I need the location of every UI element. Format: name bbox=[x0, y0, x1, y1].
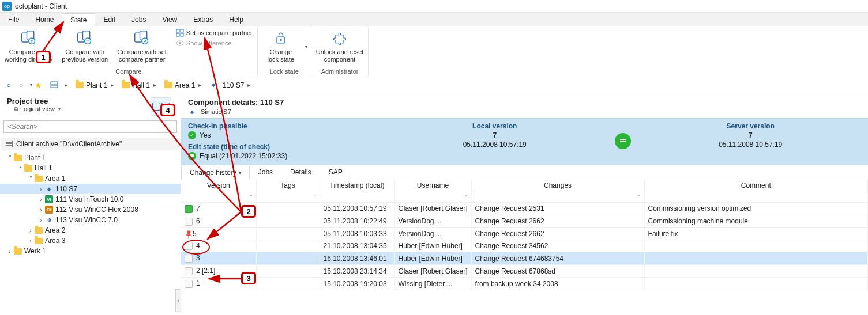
filter-cell[interactable]: ˅ bbox=[471, 192, 644, 203]
chevron-down-icon[interactable]: ▾ bbox=[239, 170, 241, 176]
ribbon-group-compare: Compare with working directory Compare w… bbox=[0, 26, 258, 77]
crumb-hall1[interactable]: Hall 1▸ bbox=[119, 81, 160, 89]
filter-row: ˅ ˅ ˅ ˅ bbox=[181, 192, 868, 203]
menu-edit[interactable]: Edit bbox=[95, 13, 123, 26]
search-box[interactable] bbox=[3, 120, 177, 133]
favorite-star-icon[interactable]: ★ bbox=[35, 81, 42, 90]
col-version[interactable]: Version bbox=[181, 179, 256, 192]
tree-node-werk1[interactable]: ›Werk 1 bbox=[0, 246, 181, 256]
table-row[interactable]: 2 [2.1]15.10.2008 23:14:34Glaser [Robert… bbox=[181, 265, 868, 278]
col-comment[interactable]: Comment bbox=[644, 179, 867, 192]
crumb-plant1[interactable]: Plant 1▸ bbox=[73, 81, 117, 89]
chevron-down-icon: ˅ bbox=[465, 195, 468, 200]
crumb-label: 110 S7 bbox=[222, 81, 244, 89]
search-input[interactable] bbox=[3, 120, 177, 133]
filter-cell[interactable] bbox=[320, 192, 394, 203]
col-username[interactable]: Username bbox=[394, 179, 471, 192]
table-row[interactable]: 316.10.2008 13:46:01Huber [Edwin Huber]C… bbox=[181, 252, 868, 265]
tab-change-history[interactable]: Change history▾ bbox=[181, 166, 250, 180]
change-lock-state-button[interactable]: Change lock state bbox=[258, 26, 304, 67]
table-row[interactable]: 115.10.2008 19:20:03Wissing [Dieter ...f… bbox=[181, 278, 868, 290]
col-timestamp[interactable]: Timestamp (local) bbox=[320, 179, 394, 192]
filter-cell[interactable]: ˅ bbox=[181, 192, 256, 203]
ribbon-group-lockstate: Change lock state ▾ Lock state bbox=[258, 26, 311, 77]
chevron-right-icon[interactable]: ▸ bbox=[63, 82, 69, 88]
svg-point-14 bbox=[179, 42, 181, 44]
collapse-handle[interactable]: ‹ bbox=[175, 289, 181, 312]
crumb-110s7[interactable]: ◆110 S7▸ bbox=[207, 81, 254, 89]
folder-icon bbox=[76, 82, 84, 88]
chevron-right-icon[interactable]: ▸ bbox=[152, 82, 157, 88]
compare-working-dir-button[interactable]: Compare with working directory bbox=[0, 26, 57, 67]
tree-node-area1[interactable]: ˅Area 1 bbox=[0, 173, 181, 184]
tree-node-hall1[interactable]: ˅Hall 1 bbox=[0, 163, 181, 173]
chevron-right-icon[interactable]: ▸ bbox=[197, 82, 202, 88]
nav-back-button[interactable]: « bbox=[3, 80, 14, 90]
col-changes[interactable]: Changes bbox=[471, 179, 644, 192]
cell-version: 3 bbox=[181, 252, 256, 265]
tree-label: Area 2 bbox=[45, 226, 65, 234]
chevron-right-icon[interactable]: ▸ bbox=[246, 82, 251, 88]
chevron-down-icon[interactable]: ▾ bbox=[58, 107, 61, 112]
version-status-icon bbox=[185, 267, 193, 275]
server-icon bbox=[50, 81, 59, 89]
menu-jobs[interactable]: Jobs bbox=[123, 13, 154, 26]
filter-cell[interactable] bbox=[644, 192, 867, 203]
puzzle-icon bbox=[330, 29, 349, 47]
table-row[interactable]: 705.11.2008 10:57:19Glaser [Robert Glase… bbox=[181, 203, 868, 215]
col-tags[interactable]: Tags bbox=[256, 179, 320, 192]
menu-help[interactable]: Help bbox=[221, 13, 251, 26]
view-mode-label[interactable]: Logical view bbox=[20, 105, 55, 112]
filter-cell[interactable]: ˅ bbox=[256, 192, 320, 203]
chevron-right-icon[interactable]: ▸ bbox=[110, 82, 115, 88]
tree-node-111[interactable]: ›Vi111 Visu InTouch 10.0 bbox=[0, 194, 181, 204]
equal-status-icon bbox=[615, 133, 631, 149]
menu-state[interactable]: State bbox=[62, 13, 95, 26]
tree-node-110s7[interactable]: ›◆110 S7 bbox=[0, 184, 181, 194]
layout-icon bbox=[161, 103, 170, 111]
nav-forward-button[interactable]: » bbox=[16, 80, 27, 90]
set-as-compare-partner-button[interactable]: Set as compare partner bbox=[176, 29, 253, 37]
panel-toggle-button[interactable] bbox=[151, 97, 171, 116]
set-as-compare-partner-label: Set as compare partner bbox=[186, 29, 253, 36]
menu-home[interactable]: Home bbox=[27, 13, 62, 26]
cell-username: VersionDog ... bbox=[394, 215, 471, 227]
crumb-area1[interactable]: Area 1▸ bbox=[162, 81, 205, 89]
chevron-down-icon[interactable]: ▾ bbox=[305, 44, 307, 50]
show-difference-button[interactable]: Show difference bbox=[176, 39, 253, 47]
equal-icon bbox=[188, 152, 196, 160]
tree-node-area3[interactable]: ›Area 3 bbox=[0, 236, 181, 246]
tree-node-plant1[interactable]: ˅Plant 1 bbox=[0, 153, 181, 163]
tab-jobs[interactable]: Jobs bbox=[250, 165, 281, 179]
cell-version: 📌5 bbox=[181, 227, 256, 240]
grid-icon bbox=[176, 29, 184, 37]
tab-details[interactable]: Details bbox=[281, 165, 320, 179]
cell-changes: Change Request 67868sd bbox=[471, 265, 644, 278]
tree-node-area2[interactable]: ›Area 2 bbox=[0, 225, 181, 236]
tree-node-112[interactable]: ›Cf112 Visu WinCC Flex 2008 bbox=[0, 204, 181, 215]
cell-changes: from backup week 34 2008 bbox=[471, 278, 644, 290]
window-title: octoplant - Client bbox=[15, 2, 67, 10]
client-archive-header[interactable]: Client archive "D:\vdClientArchive" bbox=[1, 138, 179, 150]
edit-state-label: Edit state (time of check) bbox=[188, 143, 384, 151]
archive-icon bbox=[5, 141, 13, 147]
tree-label: Hall 1 bbox=[35, 164, 52, 172]
menu-file[interactable]: File bbox=[0, 13, 27, 26]
unlock-reset-label: Unlock and reset component bbox=[316, 48, 364, 63]
table-row[interactable]: 605.11.2008 10:22:49VersionDog ...Change… bbox=[181, 215, 868, 227]
compare-set-partner-button[interactable]: Compare with set compare partner bbox=[112, 26, 171, 67]
tree-node-113[interactable]: ›⚙113 Visu WinCC 7.0 bbox=[0, 215, 181, 225]
component-icon: Vi bbox=[45, 195, 53, 203]
cell-comment bbox=[644, 265, 867, 278]
table-row[interactable]: 📌505.11.2008 10:03:33VersionDog ...Chang… bbox=[181, 227, 868, 240]
tab-sap[interactable]: SAP bbox=[320, 165, 351, 179]
compare-previous-version-button[interactable]: Compare with previous version bbox=[57, 26, 112, 67]
menu-extras[interactable]: Extras bbox=[185, 13, 221, 26]
version-number: 4 bbox=[196, 242, 200, 250]
menu-view[interactable]: View bbox=[154, 13, 185, 26]
table-row[interactable]: 421.10.2008 13:04:35Huber [Edwin Huber]C… bbox=[181, 240, 868, 252]
filter-cell[interactable]: ˅ bbox=[394, 192, 471, 203]
version-number: 6 bbox=[196, 217, 200, 225]
chevron-down-icon[interactable]: ▾ bbox=[30, 82, 32, 88]
unlock-reset-button[interactable]: Unlock and reset component bbox=[311, 26, 369, 67]
